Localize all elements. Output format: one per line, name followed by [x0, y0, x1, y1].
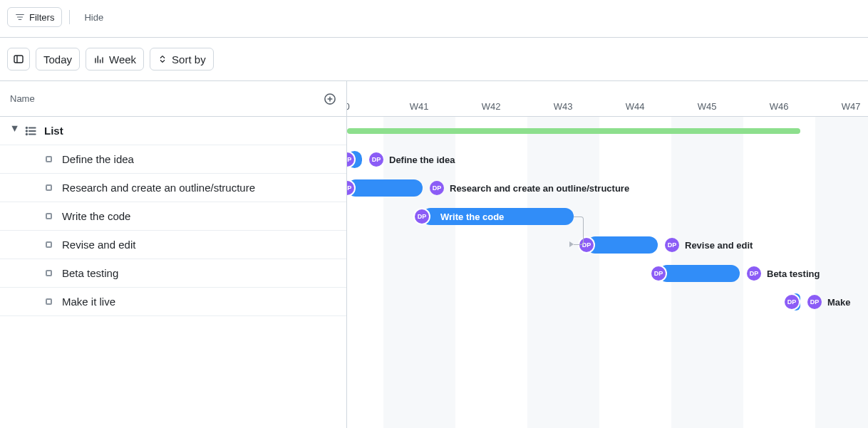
task-bar[interactable]: DP DP Research and create an outline/str…	[347, 179, 423, 197]
task-name: Revise and edit	[62, 239, 135, 251]
svg-point-12	[26, 127, 28, 128]
week-label: W42	[482, 101, 501, 112]
filter-icon	[15, 12, 25, 22]
assignee-avatar: DP	[430, 181, 444, 195]
week-label: W46	[770, 101, 789, 112]
task-row[interactable]: Make it live	[0, 288, 346, 316]
week-label: W43	[554, 101, 573, 112]
task-bar-label: Research and create an outline/structure	[450, 183, 629, 194]
task-bar[interactable]: DP DP Make	[792, 293, 800, 310]
assignee-avatar: DP	[785, 295, 799, 309]
task-row[interactable]: Beta testing	[0, 259, 346, 288]
status-checkbox[interactable]	[46, 298, 52, 305]
list-icon	[24, 125, 37, 137]
task-row[interactable]: Revise and edit	[0, 231, 346, 259]
task-name: Research and create an outline/structure	[62, 182, 255, 194]
task-name: Define the idea	[62, 153, 134, 165]
status-checkbox[interactable]	[46, 241, 52, 248]
group-title: List	[44, 125, 63, 137]
task-bar[interactable]: DP DP Define the idea	[347, 151, 362, 168]
assignee-avatar: DP	[807, 295, 822, 309]
sortby-label: Sort by	[172, 53, 206, 66]
summary-bar[interactable]	[347, 128, 800, 134]
today-button[interactable]: Today	[36, 48, 80, 71]
sortby-button[interactable]: Sort by	[150, 48, 214, 71]
chevron-down-icon: ▶	[11, 126, 19, 136]
week-label: 0	[347, 101, 350, 112]
task-bar-label: Define the idea	[389, 155, 455, 165]
hide-button[interactable]: Hide	[77, 7, 110, 27]
task-name: Make it live	[62, 296, 115, 308]
assignee-avatar: DP	[347, 181, 354, 195]
sort-icon	[157, 54, 167, 64]
list-pane: Name ▶ List Define the idea Research and…	[0, 81, 347, 428]
filters-button[interactable]: Filters	[7, 7, 62, 27]
task-bar[interactable]: DP DP Beta testing	[658, 265, 740, 282]
filters-label: Filters	[29, 12, 54, 23]
week-label: W47	[842, 101, 861, 112]
today-label: Today	[43, 53, 72, 66]
week-label: W44	[626, 101, 645, 112]
task-row[interactable]: Write the code	[0, 202, 346, 231]
task-bar[interactable]: DP DP Revise and edit	[587, 236, 658, 254]
status-checkbox[interactable]	[46, 270, 52, 276]
svg-point-16	[26, 133, 28, 135]
task-bar-label: Make	[827, 297, 851, 308]
scale-icon	[93, 53, 105, 65]
sidebar-icon	[13, 53, 24, 65]
assignee-avatar: DP	[369, 152, 383, 167]
timeline-pane[interactable]: 0W41W42W43W44W45W46W472024 Nov DP DP Def…	[347, 81, 868, 428]
scale-label: Week	[109, 53, 136, 66]
hide-label: Hide	[84, 12, 103, 23]
svg-rect-3	[14, 56, 23, 63]
assignee-avatar: DP	[665, 238, 679, 252]
column-name-label: Name	[10, 93, 35, 104]
svg-point-14	[26, 130, 28, 132]
assignee-avatar: DP	[747, 266, 761, 281]
add-column-button[interactable]	[324, 93, 336, 105]
assignee-avatar: DP	[415, 209, 429, 224]
task-name: Beta testing	[62, 267, 118, 279]
status-checkbox[interactable]	[46, 184, 52, 191]
task-name: Write the code	[62, 210, 130, 222]
assignee-avatar: DP	[651, 266, 666, 281]
task-bar[interactable]: DP Write the code	[422, 208, 574, 225]
task-row[interactable]: Define the idea	[0, 145, 346, 174]
status-checkbox[interactable]	[46, 156, 52, 162]
group-header[interactable]: ▶ List	[0, 117, 346, 145]
task-bar-label: Revise and edit	[685, 240, 753, 251]
sidebar-toggle-button[interactable]	[7, 48, 30, 71]
scale-button[interactable]: Week	[86, 48, 144, 71]
assignee-avatar: DP	[579, 238, 594, 252]
status-checkbox[interactable]	[46, 213, 52, 219]
task-bar-label: Write the code	[440, 212, 504, 222]
task-row[interactable]: Research and create an outline/structure	[0, 174, 346, 202]
separator	[69, 10, 70, 24]
week-label: W41	[410, 101, 429, 112]
week-label: W45	[698, 101, 717, 112]
assignee-avatar: DP	[347, 152, 354, 167]
task-bar-label: Beta testing	[767, 268, 820, 279]
